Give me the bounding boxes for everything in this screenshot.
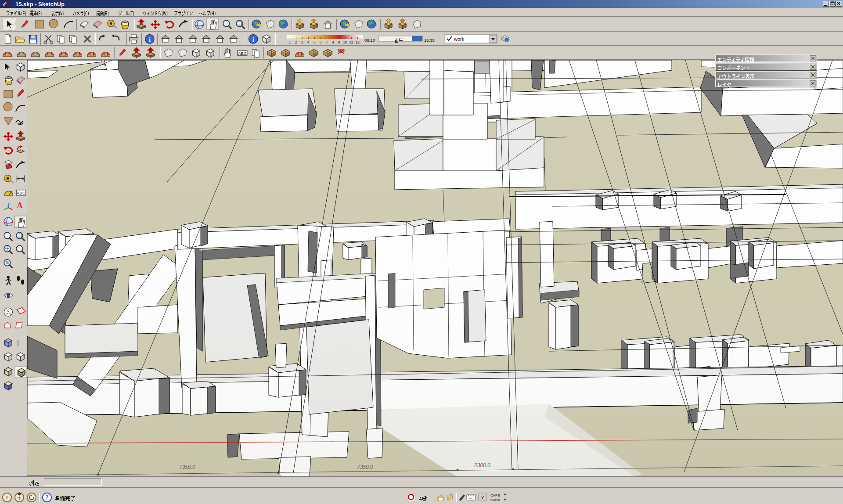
svg-text:06:13: 06:13 [364,38,375,43]
svg-text:R·S: R·S [6,312,11,316]
svg-text:16:35: 16:35 [424,38,435,43]
svg-text:ABC: ABC [238,51,247,56]
svg-text:A: A [17,201,23,210]
svg-text:i: i [252,36,255,43]
svg-text:12: 12 [355,40,360,44]
svg-text:1: 1 [289,40,291,44]
svg-text:2: 2 [295,40,297,44]
svg-text:10: 10 [343,40,347,44]
svg-text:ABC: ABC [17,191,25,195]
svg-text:9: 9 [338,40,340,44]
svg-text:work: work [454,36,465,42]
svg-text:11: 11 [349,40,353,44]
svg-text:5: 5 [313,40,316,44]
svg-text:3: 3 [301,40,303,44]
svg-text:6: 6 [320,40,322,44]
svg-text:8: 8 [332,40,334,44]
svg-text:4: 4 [307,40,310,44]
svg-text:i: i [149,36,151,43]
svg-text:7: 7 [326,40,328,44]
